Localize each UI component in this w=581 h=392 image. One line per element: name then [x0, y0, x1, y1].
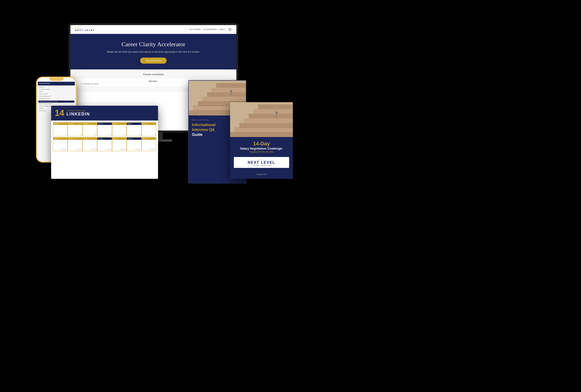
calendar-week-2: 08 Mon. DONE 09 Tue. DONE 10 Wed. DONE: [53, 137, 156, 151]
challenge-title-block: 14-Day Challenge LINKEDIN: [66, 110, 90, 117]
svg-rect-14: [230, 132, 293, 137]
svg-rect-15: [235, 128, 293, 132]
salary-logo-box: nlcs NEXT LEVEL CAREER SERVICES: [234, 157, 289, 168]
salary-title-block: 14-Day Salary Negotiation Challenge: Pre…: [240, 141, 283, 153]
monitor-nav: NLCS NEXT LEVEL ALL COURSES MY DASHBOARD…: [70, 25, 236, 34]
cal-day-03: 03 Wed.: [82, 122, 97, 136]
cal-day-14: 14 Sun. DONE: [142, 137, 156, 151]
svg-point-11: [230, 90, 232, 92]
linkedin-challenge-card: 14 14-Day Challenge LINKEDIN 01 Mon. 02 …: [51, 106, 158, 179]
info-title-line3: Guide: [192, 133, 202, 137]
cal-day-13: 13 Sat. DONE: [127, 137, 141, 151]
svg-rect-17: [244, 118, 293, 123]
cal-day-04: 04 Thu.: [97, 122, 112, 136]
phone-notch: [50, 77, 64, 81]
phone-item-6[interactable]: ▸ Reading the Job Search: [38, 97, 74, 100]
monitor-hero: Career Clarity Accelerator Master the ar…: [70, 34, 236, 69]
salary-card-body: 14-Day Salary Negotiation Challenge: Pre…: [230, 137, 293, 179]
svg-rect-18: [249, 114, 293, 118]
cal-day-06: 06 Sat.: [127, 122, 141, 136]
phone-section-1: Course Pact 2: Show and Simulate a Profi…: [38, 100, 74, 103]
salary-card-image: [230, 102, 293, 137]
challenge-main-title: LINKEDIN: [66, 112, 90, 117]
cal-day-01: 01 Mon.: [53, 122, 68, 136]
phone-item-7[interactable]: ▸ Module 3: Gaining a Job Search: [38, 103, 74, 105]
cal-day-10-header: 10 Wed.: [83, 137, 97, 140]
challenge-header: 14 14-Day Challenge LINKEDIN: [51, 106, 158, 120]
monitor-nav-links[interactable]: ALL COURSES MY DASHBOARD KAMI P.: [190, 28, 232, 31]
hero-subtitle: Master the art of the job search and sec…: [80, 50, 227, 54]
cal-day-03-header: 03 Wed.: [83, 123, 97, 125]
svg-rect-4: [202, 97, 246, 101]
challenge-number: 14: [55, 109, 64, 117]
phone-header-title: Course Curriculum: [39, 83, 74, 84]
calendar: 01 Mon. 02 Tue. 03 Wed.: [51, 120, 158, 154]
cal-day-05: 05 Fri.: [112, 122, 127, 136]
cal-day-13-header: 13 Sat.: [127, 137, 141, 140]
salary-negotiation-card: 14-Day Salary Negotiation Challenge: Pre…: [230, 102, 293, 179]
phone-header: Course Curriculum: [38, 82, 75, 85]
phone-item-3[interactable]: ▸ Anatomy: [38, 91, 74, 93]
salary-logo-nlcs: nlcs: [259, 159, 264, 160]
cal-day-11-header: 11 Thu.: [98, 137, 112, 140]
cal-day-09-header: 09 Tue.: [68, 137, 82, 140]
cal-day-07: 07 Sun.: [142, 122, 156, 136]
cal-day-02-header: 02 Tue.: [68, 123, 82, 125]
cal-day-06-header: 06 Sat.: [127, 123, 141, 125]
resume-course-button[interactable]: Resume Course: [140, 58, 166, 64]
hero-title: Career Clarity Accelerator: [80, 41, 227, 48]
svg-rect-16: [239, 123, 293, 128]
phone-item-4[interactable]: ▸ Search Your Niche: [38, 93, 74, 95]
calendar-week-1: 01 Mon. 02 Tue. 03 Wed.: [53, 122, 156, 136]
cal-day-11: 11 Thu. DONE: [97, 137, 112, 151]
salary-logo-sub: CAREER SERVICES: [252, 165, 272, 166]
nav-user[interactable]: KAMI P.: [220, 28, 225, 30]
cal-day-10: 10 Wed. DONE: [82, 137, 97, 151]
nav-dashboard[interactable]: MY DASHBOARD: [204, 28, 217, 30]
salary-copyright: Copyright 2020: [234, 172, 289, 175]
phone-item-1[interactable]: ▸ Start Here: [38, 86, 74, 88]
svg-rect-19: [253, 109, 293, 114]
phone-item-2[interactable]: ▸ a message from Ebony: [38, 88, 74, 91]
svg-rect-5: [207, 92, 246, 97]
cal-day-14-header: 14 Sun.: [142, 137, 156, 140]
salary-main-title: Salary Negotiation Challenge:: [240, 147, 283, 151]
cal-day-12: 12 Fri. DONE: [112, 137, 127, 151]
cal-day-05-header: 05 Fri.: [112, 123, 126, 125]
cal-day-07-header: 07 Sun.: [142, 123, 156, 125]
curriculum-heading: Course curriculum: [75, 73, 232, 76]
cal-day-08-header: 08 Mon.: [53, 137, 68, 140]
salary-days: 14-Day: [240, 141, 283, 147]
svg-rect-6: [212, 88, 246, 92]
cal-day-08: 08 Mon. DONE: [53, 137, 68, 151]
info-title-line1: InformationalInterview Q&: [192, 123, 216, 132]
svg-point-23: [276, 111, 278, 114]
phone-item-5[interactable]: ▸ Search Criteria/Documents: [38, 95, 74, 97]
salary-subtitle: Preparing for the Interview: [240, 151, 283, 153]
cal-day-09: 09 Tue. DONE: [68, 137, 82, 151]
cal-day-01-header: 01 Mon.: [53, 123, 68, 125]
avatar: [228, 28, 232, 31]
salary-stairs-illustration: [230, 102, 293, 137]
svg-rect-7: [216, 83, 246, 88]
cal-day-02: 02 Tue.: [68, 122, 82, 136]
cal-day-12-header: 12 Fri.: [112, 137, 126, 140]
nav-all-courses[interactable]: ALL COURSES: [190, 28, 201, 30]
svg-rect-20: [258, 104, 293, 109]
challenge-sub-title: 14-Day Challenge: [66, 110, 90, 112]
monitor-logo: NLCS NEXT LEVEL: [75, 27, 95, 31]
cal-day-04-header: 04 Thu.: [98, 123, 112, 125]
salary-logo-main: NEXT LEVEL: [248, 160, 276, 165]
